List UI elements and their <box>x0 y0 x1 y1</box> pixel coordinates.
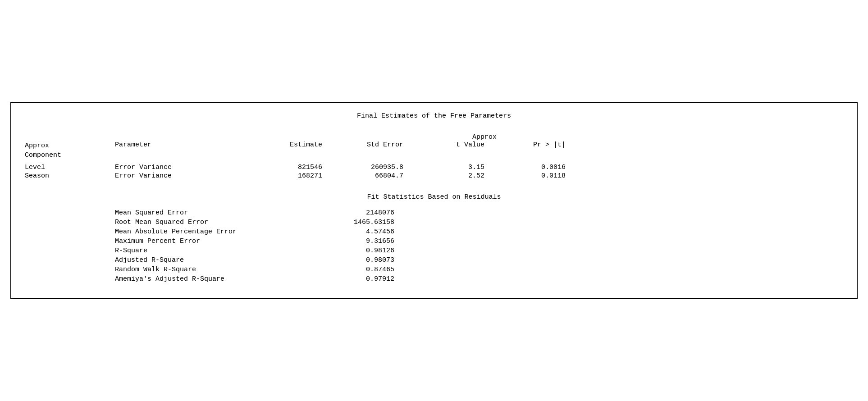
approx-header-area: Approx <box>25 133 843 141</box>
header-std-error: Std Error <box>322 141 403 160</box>
row1-estimate: 821546 <box>241 164 322 171</box>
list-item: Maximum Percent Error9.31656 <box>115 237 843 245</box>
table-row: Season Error Variance 168271 66804.7 2.5… <box>25 172 843 180</box>
fit-label-1: Root Mean Squared Error <box>115 219 304 226</box>
row2-std-error: 66804.7 <box>322 172 403 180</box>
list-item: Random Walk R-Square0.87465 <box>115 266 843 273</box>
row2-pr-t: 0.0118 <box>484 172 566 180</box>
list-item: Root Mean Squared Error1465.63158 <box>115 219 843 226</box>
data-rows: Level Error Variance 821546 260935.8 3.1… <box>25 164 843 180</box>
header-approx-component: Approx Component <box>25 141 115 160</box>
header-parameter: Parameter <box>115 141 241 160</box>
table-row: Level Error Variance 821546 260935.8 3.1… <box>25 164 843 171</box>
row1-parameter: Error Variance <box>115 164 241 171</box>
header-t-value: t Value <box>403 141 484 160</box>
col-parameter-blank <box>115 133 241 141</box>
list-item: Amemiya's Adjusted R-Square0.97912 <box>115 275 843 283</box>
col-approx-component-blank1 <box>25 133 115 141</box>
list-item: Adjusted R-Square0.98073 <box>115 256 843 264</box>
row2-t-value: 2.52 <box>403 172 484 180</box>
list-item: Mean Absolute Percentage Error4.57456 <box>115 228 843 236</box>
fit-value-4: 0.98126 <box>304 247 394 255</box>
approx-label-top: Approx <box>403 133 566 141</box>
header-pr-t: Pr > |t| <box>484 141 566 160</box>
col-stderror-blank <box>322 133 403 141</box>
fit-value-7: 0.97912 <box>304 275 394 283</box>
fit-value-3: 9.31656 <box>304 237 394 245</box>
fit-stats-table: Mean Squared Error2148076Root Mean Squar… <box>115 209 843 283</box>
main-container: Final Estimates of the Free Parameters A… <box>10 102 858 299</box>
row1-std-error: 260935.8 <box>322 164 403 171</box>
list-item: R-Square0.98126 <box>115 247 843 255</box>
free-params-section: Approx Approx Component Parameter Estima… <box>25 133 843 180</box>
fit-label-3: Maximum Percent Error <box>115 237 304 245</box>
fit-label-5: Adjusted R-Square <box>115 256 304 264</box>
fit-value-1: 1465.63158 <box>304 219 394 226</box>
fit-stats-section: Fit Statistics Based on Residuals Mean S… <box>25 193 843 283</box>
fit-value-0: 2148076 <box>304 209 394 217</box>
fit-label-6: Random Walk R-Square <box>115 266 304 273</box>
main-title: Final Estimates of the Free Parameters <box>25 112 843 120</box>
fit-value-5: 0.98073 <box>304 256 394 264</box>
header-estimate: Estimate <box>241 141 322 160</box>
fit-label-4: R-Square <box>115 247 304 255</box>
row2-component: Season <box>25 172 115 180</box>
fit-value-2: 4.57456 <box>304 228 394 236</box>
row1-t-value: 3.15 <box>403 164 484 171</box>
fit-label-2: Mean Absolute Percentage Error <box>115 228 304 236</box>
fit-label-0: Mean Squared Error <box>115 209 304 217</box>
column-headers: Approx Component Parameter Estimate Std … <box>25 141 843 160</box>
row1-component: Level <box>25 164 115 171</box>
fit-value-6: 0.87465 <box>304 266 394 273</box>
col-estimate-blank <box>241 133 322 141</box>
list-item: Mean Squared Error2148076 <box>115 209 843 217</box>
fit-stats-title: Fit Statistics Based on Residuals <box>25 193 843 201</box>
row1-pr-t: 0.0016 <box>484 164 566 171</box>
row2-parameter: Error Variance <box>115 172 241 180</box>
row2-estimate: 168271 <box>241 172 322 180</box>
fit-label-7: Amemiya's Adjusted R-Square <box>115 275 304 283</box>
